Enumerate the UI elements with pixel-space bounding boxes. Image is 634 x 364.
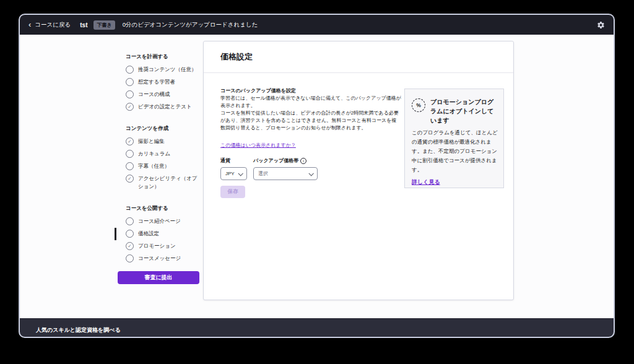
pricing-description: コースのバックアップ価格を設定 学習者には、セール価格が表示できない場合に備えて…: [220, 87, 401, 132]
submit-for-review-button[interactable]: 審査に提出: [118, 271, 199, 284]
chevron-down-icon: [238, 171, 243, 176]
currency-value: JPY: [225, 171, 235, 176]
pricing-paragraph-2: コースを無料で提供したい場合は、ビデオの合計の長さが2時間未満である必要があり、…: [220, 110, 401, 132]
radio-circle-icon: [126, 78, 134, 86]
radio-circle-icon: [126, 254, 134, 262]
draft-status-badge: 下書き: [93, 20, 115, 30]
sidebar-item-label: コースメッセージ: [138, 254, 181, 262]
course-header-bar: ‹ コースに戻る tst 下書き 0分のビデオコンテンツがアップロードされました: [20, 15, 614, 35]
check-circle-icon: ✓: [126, 175, 134, 183]
footer-skills-link[interactable]: 人気のスキルと認定資格を調べる: [36, 326, 121, 334]
currency-select[interactable]: JPY: [220, 167, 247, 180]
percent-badge-icon: %: [412, 98, 425, 112]
sidebar-item-label: 想定する学習者: [138, 78, 175, 86]
footer-bar: 人気のスキルと認定資格を調べる: [20, 318, 614, 337]
sidebar-item-label: 推奨コンテンツ（任意）: [138, 66, 197, 74]
sidebar-item-label: コースの構成: [138, 90, 170, 98]
card-header: 価格設定: [204, 41, 513, 73]
chevron-left-icon: ‹: [28, 22, 31, 28]
currency-field: 通貨 JPY: [220, 157, 247, 180]
radio-circle-icon: [126, 150, 134, 158]
currency-label: 通貨: [220, 157, 247, 164]
pricing-subtitle: コースのバックアップ価格を設定: [220, 87, 401, 95]
sidebar-item-label: カリキュラム: [138, 150, 170, 158]
price-display-help-link[interactable]: この価格はいつ表示されますか？: [220, 142, 296, 149]
sidebar-item-label: アクセシビリティ（オプション）: [138, 175, 198, 191]
back-to-course-label: コースに戻る: [35, 21, 71, 29]
sidebar-item-label: プロモーション: [138, 242, 176, 250]
promo-optin-panel: % プロモーションプログラムにオプトインしています このプログラムを通じて、ほと…: [404, 89, 504, 188]
radio-circle-icon: [126, 217, 134, 225]
sidebar-item-label: ビデオの設定とテスト: [138, 103, 192, 111]
back-to-course-link[interactable]: ‹ コースに戻る: [28, 21, 71, 29]
gear-icon[interactable]: [597, 21, 605, 29]
app-window: ‹ コースに戻る tst 下書き 0分のビデオコンテンツがアップロードされました…: [19, 14, 615, 338]
radio-circle-icon: [126, 230, 134, 238]
price-tier-select[interactable]: 選択: [253, 167, 318, 180]
promo-panel-title: プロモーションプログラムにオプトインしています: [430, 97, 498, 125]
promo-panel-body: このプログラムを通じて、ほとんどの通貨の標準価格が最適化されます。また、不定期の…: [412, 128, 498, 175]
price-tier-label: バックアップ価格帯 i: [253, 157, 318, 164]
sidebar-item-label: コース紹介ページ: [138, 217, 181, 225]
sidebar-item-label: 価格設定: [138, 230, 159, 238]
page-title: 価格設定: [220, 51, 253, 63]
check-circle-icon: ✓: [126, 137, 134, 145]
radio-circle-icon: [126, 66, 134, 74]
price-tier-field: バックアップ価格帯 i 選択: [253, 157, 318, 180]
save-button[interactable]: 保存: [220, 186, 245, 198]
course-title: tst: [80, 22, 87, 28]
sidebar-item-label: 撮影と編集: [138, 137, 165, 145]
sidebar-item-label: 字幕（任意）: [138, 162, 170, 170]
chevron-down-icon: [308, 171, 313, 176]
upload-status-text: 0分のビデオコンテンツがアップロードされました: [123, 21, 258, 29]
check-circle-icon: ✓: [126, 242, 134, 250]
pricing-paragraph-1: 学習者には、セール価格が表示できない場合に備えて、このバックアップ価格が表示され…: [220, 95, 401, 110]
radio-circle-icon: [126, 90, 134, 98]
promo-learn-more-link[interactable]: 詳しく見る: [412, 178, 440, 186]
info-icon[interactable]: i: [300, 158, 306, 164]
pricing-card: 価格設定 コースのバックアップ価格を設定 学習者には、セール価格が表示できない場…: [203, 41, 514, 300]
check-circle-icon: ✓: [126, 103, 134, 111]
price-tier-value: 選択: [258, 170, 268, 177]
radio-circle-icon: [126, 162, 134, 170]
